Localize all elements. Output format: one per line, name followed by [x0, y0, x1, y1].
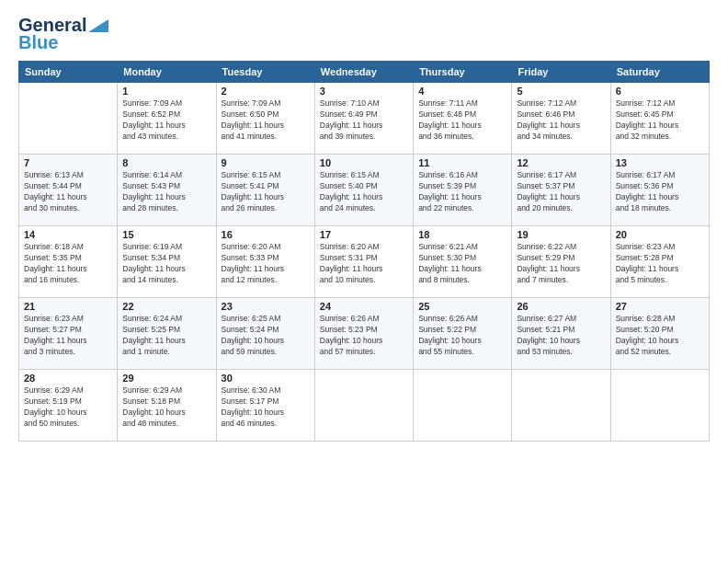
calendar: SundayMondayTuesdayWednesdayThursdayFrid…: [18, 61, 710, 442]
day-number: 3: [320, 86, 408, 97]
day-number: 13: [616, 157, 704, 168]
day-number: 10: [320, 157, 408, 168]
day-number: 17: [320, 229, 408, 240]
day-number: 21: [24, 301, 112, 312]
day-number: 28: [24, 373, 112, 384]
calendar-week-row: 7Sunrise: 6:13 AM Sunset: 5:44 PM Daylig…: [19, 155, 710, 226]
day-number: 11: [418, 157, 506, 168]
weekday-header: Saturday: [610, 62, 709, 83]
day-info: Sunrise: 6:29 AM Sunset: 5:18 PM Dayligh…: [122, 385, 210, 430]
calendar-cell: 3Sunrise: 7:10 AM Sunset: 6:49 PM Daylig…: [314, 83, 413, 155]
calendar-cell: 18Sunrise: 6:21 AM Sunset: 5:30 PM Dayli…: [414, 226, 512, 298]
calendar-week-row: 14Sunrise: 6:18 AM Sunset: 5:35 PM Dayli…: [19, 226, 710, 298]
page-header: General Blue: [18, 15, 710, 53]
calendar-cell: 12Sunrise: 6:17 AM Sunset: 5:37 PM Dayli…: [512, 155, 610, 226]
day-info: Sunrise: 6:17 AM Sunset: 5:36 PM Dayligh…: [616, 170, 704, 214]
calendar-cell: [414, 370, 512, 442]
weekday-header: Tuesday: [216, 62, 314, 83]
calendar-cell: 24Sunrise: 6:26 AM Sunset: 5:23 PM Dayli…: [314, 298, 413, 370]
day-number: 29: [122, 373, 210, 384]
day-info: Sunrise: 6:29 AM Sunset: 5:19 PM Dayligh…: [24, 385, 112, 430]
day-number: 16: [222, 229, 310, 240]
day-info: Sunrise: 6:13 AM Sunset: 5:44 PM Dayligh…: [24, 170, 112, 214]
logo-blue: Blue: [18, 32, 58, 53]
logo-icon: [88, 19, 108, 32]
day-info: Sunrise: 7:12 AM Sunset: 6:46 PM Dayligh…: [517, 98, 605, 143]
calendar-cell: 29Sunrise: 6:29 AM Sunset: 5:18 PM Dayli…: [118, 370, 216, 442]
calendar-header-row: SundayMondayTuesdayWednesdayThursdayFrid…: [19, 62, 710, 83]
day-number: 1: [122, 86, 210, 97]
day-info: Sunrise: 6:25 AM Sunset: 5:24 PM Dayligh…: [222, 314, 310, 358]
day-info: Sunrise: 6:26 AM Sunset: 5:22 PM Dayligh…: [418, 314, 506, 358]
day-info: Sunrise: 6:18 AM Sunset: 5:35 PM Dayligh…: [24, 242, 112, 286]
calendar-cell: 9Sunrise: 6:15 AM Sunset: 5:41 PM Daylig…: [216, 155, 314, 226]
day-number: 19: [517, 229, 605, 240]
calendar-cell: [19, 83, 118, 155]
day-number: 26: [517, 301, 605, 312]
day-number: 24: [320, 301, 408, 312]
calendar-cell: 8Sunrise: 6:14 AM Sunset: 5:43 PM Daylig…: [118, 155, 216, 226]
day-info: Sunrise: 6:21 AM Sunset: 5:30 PM Dayligh…: [418, 242, 506, 286]
day-info: Sunrise: 6:15 AM Sunset: 5:40 PM Dayligh…: [320, 170, 408, 214]
day-info: Sunrise: 7:10 AM Sunset: 6:49 PM Dayligh…: [320, 98, 408, 143]
calendar-cell: 7Sunrise: 6:13 AM Sunset: 5:44 PM Daylig…: [19, 155, 118, 226]
weekday-header: Wednesday: [314, 62, 413, 83]
day-number: 22: [122, 301, 210, 312]
day-info: Sunrise: 6:19 AM Sunset: 5:34 PM Dayligh…: [122, 242, 210, 286]
calendar-week-row: 28Sunrise: 6:29 AM Sunset: 5:19 PM Dayli…: [19, 370, 710, 442]
day-number: 2: [222, 86, 310, 97]
day-info: Sunrise: 6:23 AM Sunset: 5:27 PM Dayligh…: [24, 314, 112, 358]
day-info: Sunrise: 7:09 AM Sunset: 6:50 PM Dayligh…: [222, 98, 310, 143]
calendar-cell: 4Sunrise: 7:11 AM Sunset: 6:48 PM Daylig…: [414, 83, 512, 155]
day-number: 5: [517, 86, 605, 97]
day-info: Sunrise: 6:15 AM Sunset: 5:41 PM Dayligh…: [222, 170, 310, 214]
day-info: Sunrise: 7:12 AM Sunset: 6:45 PM Dayligh…: [616, 98, 704, 143]
day-info: Sunrise: 6:16 AM Sunset: 5:39 PM Dayligh…: [418, 170, 506, 214]
day-info: Sunrise: 6:22 AM Sunset: 5:29 PM Dayligh…: [517, 242, 605, 286]
day-number: 30: [222, 373, 310, 384]
day-info: Sunrise: 6:28 AM Sunset: 5:20 PM Dayligh…: [616, 314, 704, 358]
weekday-header: Thursday: [414, 62, 512, 83]
day-info: Sunrise: 6:27 AM Sunset: 5:21 PM Dayligh…: [517, 314, 605, 358]
svg-marker-0: [88, 19, 108, 32]
calendar-cell: [512, 370, 610, 442]
day-info: Sunrise: 6:30 AM Sunset: 5:17 PM Dayligh…: [222, 385, 310, 430]
day-number: 9: [222, 157, 310, 168]
day-info: Sunrise: 7:09 AM Sunset: 6:52 PM Dayligh…: [122, 98, 210, 143]
day-number: 8: [122, 157, 210, 168]
day-info: Sunrise: 6:26 AM Sunset: 5:23 PM Dayligh…: [320, 314, 408, 358]
day-number: 23: [222, 301, 310, 312]
calendar-cell: 26Sunrise: 6:27 AM Sunset: 5:21 PM Dayli…: [512, 298, 610, 370]
logo: General Blue: [18, 15, 108, 53]
day-number: 7: [24, 157, 112, 168]
day-number: 27: [616, 301, 704, 312]
calendar-cell: 22Sunrise: 6:24 AM Sunset: 5:25 PM Dayli…: [118, 298, 216, 370]
weekday-header: Sunday: [19, 62, 118, 83]
day-number: 4: [418, 86, 506, 97]
day-info: Sunrise: 6:24 AM Sunset: 5:25 PM Dayligh…: [122, 314, 210, 358]
day-number: 14: [24, 229, 112, 240]
calendar-cell: 1Sunrise: 7:09 AM Sunset: 6:52 PM Daylig…: [118, 83, 216, 155]
calendar-cell: 5Sunrise: 7:12 AM Sunset: 6:46 PM Daylig…: [512, 83, 610, 155]
calendar-cell: 19Sunrise: 6:22 AM Sunset: 5:29 PM Dayli…: [512, 226, 610, 298]
calendar-cell: 16Sunrise: 6:20 AM Sunset: 5:33 PM Dayli…: [216, 226, 314, 298]
day-info: Sunrise: 6:14 AM Sunset: 5:43 PM Dayligh…: [122, 170, 210, 214]
calendar-week-row: 1Sunrise: 7:09 AM Sunset: 6:52 PM Daylig…: [19, 83, 710, 155]
day-number: 25: [418, 301, 506, 312]
day-number: 15: [122, 229, 210, 240]
calendar-cell: 2Sunrise: 7:09 AM Sunset: 6:50 PM Daylig…: [216, 83, 314, 155]
calendar-cell: 20Sunrise: 6:23 AM Sunset: 5:28 PM Dayli…: [610, 226, 709, 298]
day-number: 12: [517, 157, 605, 168]
day-number: 20: [616, 229, 704, 240]
calendar-cell: [314, 370, 413, 442]
calendar-cell: 15Sunrise: 6:19 AM Sunset: 5:34 PM Dayli…: [118, 226, 216, 298]
day-info: Sunrise: 6:23 AM Sunset: 5:28 PM Dayligh…: [616, 242, 704, 286]
day-info: Sunrise: 6:17 AM Sunset: 5:37 PM Dayligh…: [517, 170, 605, 214]
calendar-cell: 23Sunrise: 6:25 AM Sunset: 5:24 PM Dayli…: [216, 298, 314, 370]
calendar-week-row: 21Sunrise: 6:23 AM Sunset: 5:27 PM Dayli…: [19, 298, 710, 370]
weekday-header: Friday: [512, 62, 610, 83]
calendar-cell: 25Sunrise: 6:26 AM Sunset: 5:22 PM Dayli…: [414, 298, 512, 370]
day-number: 18: [418, 229, 506, 240]
calendar-cell: 21Sunrise: 6:23 AM Sunset: 5:27 PM Dayli…: [19, 298, 118, 370]
calendar-cell: 27Sunrise: 6:28 AM Sunset: 5:20 PM Dayli…: [610, 298, 709, 370]
